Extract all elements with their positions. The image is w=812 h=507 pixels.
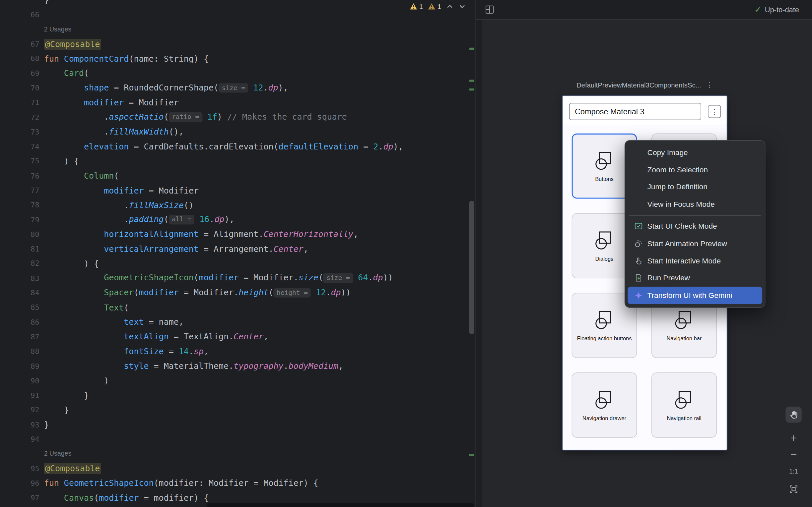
code-line[interactable]: 94 [0,432,468,446]
previous-problem-icon[interactable] [446,3,453,10]
pan-tool-button[interactable] [785,407,801,422]
menu-item-copy-image[interactable]: Copy Image [627,144,762,161]
code-line[interactable]: 74 elevation = CardDefaults.cardElevatio… [0,139,468,154]
line-number: 83 [0,274,40,282]
code-token: () [184,200,194,210]
code-token: = [179,288,194,297]
code-text: Column( [40,171,119,181]
code-line[interactable]: 85 Text( [0,300,468,315]
next-problem-icon[interactable] [458,3,466,10]
warning-badge[interactable]: 1 [409,3,423,10]
code-text: @Composable [40,39,101,49]
code-line[interactable]: 77 modifier = Modifier [0,183,468,198]
code-token: Alignment. [214,229,263,239]
code-line[interactable]: 75 ) { [0,154,468,168]
code-line[interactable]: 83 GeometricShapeIcon(modifier = Modifie… [0,271,468,286]
menu-item-run-preview[interactable]: Run Preview [627,269,762,287]
code-token: 12 [253,82,263,93]
code-line[interactable]: 79 .padding(all = 16.dp), [0,212,468,227]
sync-status: ✓ Up-to-date [755,5,799,14]
inspections-widget[interactable]: 1 1 [409,3,466,10]
card-label: Navigation rail [667,415,701,421]
code-line[interactable]: 76 Column( [0,168,468,183]
code-line[interactable]: 82 ) { [0,256,468,271]
code-line[interactable]: 2 Usages [0,447,468,461]
line-number: 77 [0,186,40,194]
code-line[interactable]: 68fun ComponentCard(name: String) { [0,51,468,66]
code-line[interactable]: 69 Card( [0,66,468,80]
zoom-in-button[interactable]: + [785,431,801,445]
menu-item-spacer [634,165,643,174]
code-token: verticalArrangement [104,244,199,254]
code-token: elevation [84,142,129,152]
geometric-shape-icon [594,230,615,251]
line-number: 78 [0,201,40,209]
code-line[interactable]: 92 } [0,403,468,417]
zoom-actual-size-button[interactable]: 1:1 [785,464,801,478]
code-line[interactable]: 81 verticalArrangement = Arrangement.Cen… [0,241,468,256]
menu-item-zoom-to-selection[interactable]: Zoom to Selection [627,161,762,178]
code-line[interactable]: 80 horizontalAlignment = Alignment.Cente… [0,227,468,241]
code-line[interactable]: 87 textAlign = TextAlign.Center, [0,329,468,344]
code-line[interactable]: 86 text = name, [0,315,468,329]
code-line[interactable]: } [0,0,468,7]
app-top-bar: Compose Material 3 ⋮ [563,96,726,124]
menu-item-start-interactive-mode[interactable]: Start Interactive Mode [627,252,762,269]
code-token: Modifier. [194,288,239,297]
code-text: @Composable [40,464,101,473]
code-token [44,185,104,195]
code-line[interactable]: 97 Canvas(modifier = modifier) { [0,491,468,505]
code-line[interactable]: 93} [0,417,468,432]
weak-warning-count: 1 [438,3,441,10]
code-token: horizontalAlignment [104,229,199,239]
code-line[interactable]: 96fun GeometricShapeIcon(modifier: Modif… [0,476,468,491]
code-token: = [164,347,179,356]
code-token: Center [234,332,263,342]
app-menu-button[interactable]: ⋮ [708,105,721,118]
code-editor[interactable]: }662 Usages67@Composable68fun ComponentC… [0,0,475,507]
change-marker [469,89,474,91]
code-line[interactable]: 71 modifier = Modifier [0,95,468,110]
app-title-field[interactable]: Compose Material 3 [569,103,701,120]
geometric-shape-icon [594,309,615,331]
menu-item-start-ui-check-mode[interactable]: Start UI Check Mode [627,218,762,235]
editor-horizontal-scrollbar[interactable] [207,503,474,507]
preview-canvas[interactable]: DefaultPreviewMaterial3ComponentsSc... ⋮… [482,19,812,507]
code-token: = [358,142,373,152]
usages-hint[interactable]: 2 Usages [40,26,72,33]
code-line[interactable]: 90 ) [0,374,468,388]
code-line[interactable]: 88 fontSize = 14.sp, [0,344,468,358]
preview-panel: ✓ Up-to-date DefaultPreviewMaterial3Comp… [475,0,812,507]
usages-hint[interactable]: 2 Usages [40,450,72,458]
code-line[interactable]: 70 shape = RoundedCornerShape(size = 12.… [0,80,468,95]
weak-warning-badge[interactable]: 1 [427,3,441,10]
preview-kebab-icon[interactable]: ⋮ [706,81,713,89]
menu-item-view-in-focus-mode[interactable]: View in Focus Mode [627,195,762,213]
code-text: } [40,405,69,415]
component-card-navigation-drawer[interactable]: Navigation drawer [572,373,637,438]
zoom-to-fit-button[interactable] [785,482,801,496]
code-line[interactable]: 72 .aspectRatio(ratio = 1f) // Makes the… [0,110,468,125]
component-card-navigation-rail[interactable]: Navigation rail [652,373,717,438]
code-line[interactable]: 95@Composable [0,461,468,476]
code-line[interactable]: 91 } [0,388,468,403]
code-token: . [378,142,383,152]
code-token: ( [194,273,199,283]
preview-layout-icon[interactable] [485,5,495,14]
code-token: ( [84,68,89,78]
editor-vertical-scrollbar[interactable] [469,201,474,334]
code-line[interactable]: 73 .fillMaxWidth(), [0,125,468,139]
code-line[interactable]: 78 .fillMaxSize() [0,198,468,212]
zoom-out-button[interactable]: − [785,447,801,462]
code-token: Column [84,171,114,181]
code-line[interactable]: 66 [0,7,468,22]
code-line[interactable]: 84 Spacer(modifier = Modifier.height(hei… [0,286,468,300]
code-token: . [44,214,129,224]
menu-item-start-animation-preview[interactable]: Start Animation Preview [627,235,762,252]
code-line[interactable]: 89 style = MaterialTheme.typography.body… [0,359,468,374]
menu-item-transform-ui-with-gemini[interactable]: Transform UI with Gemini [627,287,762,304]
code-line[interactable]: 2 Usages [0,22,468,37]
animation-icon [634,239,643,248]
menu-item-jump-to-definition[interactable]: Jump to Definition [627,178,762,195]
code-line[interactable]: 67@Composable [0,37,468,51]
